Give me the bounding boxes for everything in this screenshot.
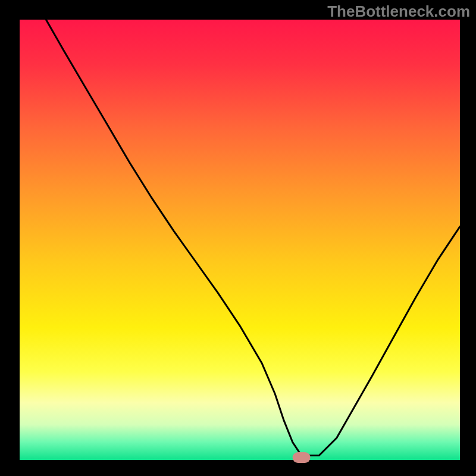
watermark-text: TheBottleneck.com bbox=[327, 2, 470, 21]
optimal-marker bbox=[293, 452, 311, 463]
bottleneck-chart bbox=[0, 0, 476, 476]
plot-background bbox=[20, 20, 460, 460]
chart-container: TheBottleneck.com bbox=[0, 0, 476, 476]
